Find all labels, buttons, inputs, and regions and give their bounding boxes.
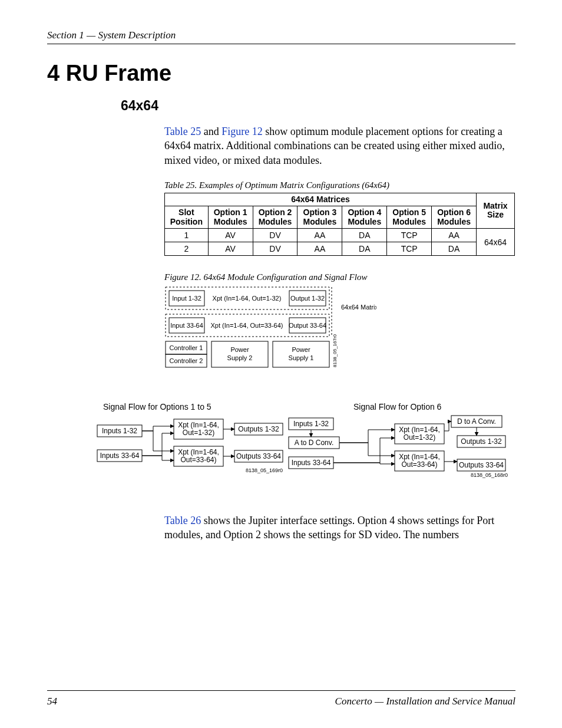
svg-text:Xpt (In=1-64,: Xpt (In=1-64, [178, 421, 219, 429]
col-matrix-size: Matrix Size [477, 193, 515, 228]
page-footer: 54 Concerto — Installation and Service M… [47, 690, 515, 707]
section-title: 64x64 [121, 98, 515, 114]
svg-text:Out=1-32): Out=1-32) [183, 429, 214, 437]
table-row: 1 AV DV AA DA TCP AA 64x64 [165, 229, 515, 242]
link-table-26[interactable]: Table 26 [164, 515, 201, 526]
svg-text:Input 33-64: Input 33-64 [170, 322, 203, 329]
svg-text:Supply 2: Supply 2 [227, 354, 253, 361]
svg-text:Controller 2: Controller 2 [170, 357, 203, 364]
svg-text:Xpt (In=1-64,: Xpt (In=1-64, [178, 448, 219, 456]
paragraph-2: Table 26 shows the Jupiter interface set… [164, 513, 515, 542]
paragraph-1: Table 25 and Figure 12 show optimum modu… [164, 124, 515, 167]
svg-text:Inputs 1-32: Inputs 1-32 [293, 420, 329, 428]
figure-12: Input 1-32 Xpt (In=1-64, Out=1-32) Outpu… [164, 285, 376, 385]
svg-text:Outputs 1-32: Outputs 1-32 [461, 437, 502, 446]
col-slot: Slot Position [165, 206, 209, 229]
svg-text:Controller 1: Controller 1 [170, 344, 203, 351]
table-25: 64x64 Matrices Matrix Size Slot Position… [164, 193, 515, 256]
text: and [201, 126, 222, 137]
col-opt5: Option 5 Modules [387, 206, 432, 229]
page-title: 4 RU Frame [47, 61, 515, 86]
table-row: 2 AV DV AA DA TCP DA [165, 242, 515, 256]
svg-text:Power: Power [230, 346, 249, 353]
svg-text:Signal Flow for Option 6: Signal Flow for Option 6 [353, 403, 442, 411]
svg-text:Out=1-32): Out=1-32) [404, 433, 435, 442]
figure-12-caption: Figure 12. 64x64 Module Configuration an… [164, 272, 515, 282]
svg-text:8138_05_167r0: 8138_05_167r0 [332, 334, 338, 367]
doc-title: Concerto — Installation and Service Manu… [335, 696, 515, 707]
svg-text:Inputs 33-64: Inputs 33-64 [100, 452, 140, 460]
svg-text:Output 33-64: Output 33-64 [289, 322, 326, 329]
svg-text:Signal Flow for Options 1 to 5: Signal Flow for Options 1 to 5 [103, 403, 211, 411]
svg-text:Outputs 1-32: Outputs 1-32 [238, 425, 279, 433]
table-25-caption: Table 25. Examples of Optimum Matrix Con… [164, 180, 515, 190]
svg-text:Outputs 33-64: Outputs 33-64 [236, 452, 281, 460]
text: shows the Jupiter interface settings. Op… [164, 515, 494, 541]
svg-text:Output 1-32: Output 1-32 [290, 295, 325, 302]
svg-text:8138_05_168r0: 8138_05_168r0 [471, 472, 508, 478]
svg-text:Xpt (In=1-64, Out=1-32): Xpt (In=1-64, Out=1-32) [213, 295, 282, 302]
svg-text:Xpt (In=1-64, Out=33-64): Xpt (In=1-64, Out=33-64) [211, 322, 283, 329]
table-group-header: 64x64 Matrices [165, 193, 477, 206]
col-opt3: Option 3 Modules [297, 206, 342, 229]
link-figure-12[interactable]: Figure 12 [222, 126, 263, 137]
svg-text:Out=33-64): Out=33-64) [401, 460, 437, 469]
svg-text:Outputs 33-64: Outputs 33-64 [459, 461, 504, 469]
svg-text:Xpt (In=1-64,: Xpt (In=1-64, [399, 426, 440, 434]
col-opt4: Option 4 Modules [342, 206, 387, 229]
svg-text:A to D Conv.: A to D Conv. [295, 439, 333, 447]
col-opt1: Option 1 Modules [208, 206, 253, 229]
svg-text:Inputs 1-32: Inputs 1-32 [102, 427, 137, 435]
link-table-25[interactable]: Table 25 [164, 126, 201, 137]
svg-text:64x64 Matrix: 64x64 Matrix [341, 304, 376, 311]
svg-text:Supply 1: Supply 1 [289, 354, 314, 361]
svg-text:8138_05_169r0: 8138_05_169r0 [246, 467, 283, 473]
svg-text:D to A Conv.: D to A Conv. [457, 417, 496, 426]
svg-text:Out=33-64): Out=33-64) [180, 456, 216, 464]
col-opt6: Option 6 Modules [432, 206, 477, 229]
svg-text:Xpt (In=1-64,: Xpt (In=1-64, [399, 453, 440, 461]
col-opt2: Option 2 Modules [253, 206, 297, 229]
page-number: 54 [47, 696, 57, 707]
signal-flow-diagrams: Signal Flow for Options 1 to 5 Signal Fl… [47, 403, 515, 497]
running-header: Section 1 — System Description [47, 29, 515, 44]
svg-text:Power: Power [292, 346, 310, 353]
svg-text:Input 1-32: Input 1-32 [172, 295, 201, 302]
svg-text:Inputs 33-64: Inputs 33-64 [292, 459, 331, 467]
